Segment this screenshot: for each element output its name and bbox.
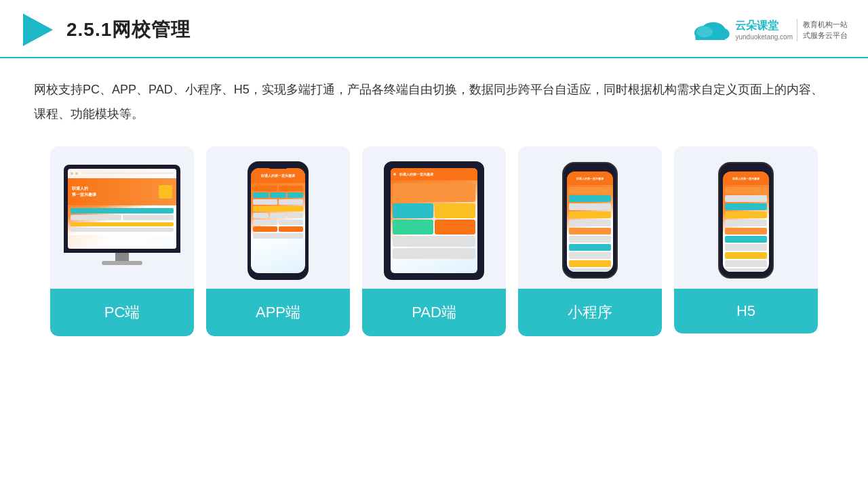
card-mini-label: 小程序 [518, 289, 662, 336]
svg-point-5 [696, 26, 713, 38]
card-pc-image: 职通人的第一堂兴趣课 [50, 146, 194, 289]
main-content: 网校支持PC、APP、PAD、小程序、H5，实现多端打通，产品各终端自由切换，数… [0, 58, 868, 350]
card-app-image: 职通人的第一堂兴趣课 [206, 146, 350, 289]
card-app: 职通人的第一堂兴趣课 [206, 146, 350, 336]
svg-marker-0 [23, 14, 53, 46]
card-pad: 职通人的第一堂兴趣课 PAD端 [362, 146, 506, 336]
logo-text: 云朵课堂 yunduoketang.com [735, 19, 793, 41]
page-title: 2.5.1网校管理 [66, 17, 191, 43]
card-h5-image: 职通人的第一堂兴趣课 [674, 146, 818, 289]
logo-area: 云朵课堂 yunduoketang.com 教育机构一站 式服务云平台 [690, 18, 848, 42]
card-mini: 职通人的第一堂兴趣课 [518, 146, 662, 336]
cards-row: 职通人的第一堂兴趣课 [34, 146, 834, 336]
card-pad-label: PAD端 [362, 289, 506, 336]
card-h5: 职通人的第一堂兴趣课 [674, 146, 818, 333]
h5-phone-icon: 职通人的第一堂兴趣课 [718, 162, 774, 279]
cloud-logo-icon [690, 18, 731, 42]
phone-app-icon: 职通人的第一堂兴趣课 [248, 161, 309, 280]
logo-brand: 云朵课堂 [735, 19, 793, 33]
card-mini-image: 职通人的第一堂兴趣课 [518, 146, 662, 289]
mini-phone-icon: 职通人的第一堂兴趣课 [562, 162, 618, 279]
card-pad-image: 职通人的第一堂兴趣课 [362, 146, 506, 289]
logo-tagline: 教育机构一站 式服务云平台 [797, 19, 848, 41]
page-header: 2.5.1网校管理 云朵课堂 yunduoketang.com 教育机构一站 式… [0, 0, 868, 58]
play-icon [20, 12, 56, 47]
tablet-icon: 职通人的第一堂兴趣课 [384, 161, 484, 280]
header-left: 2.5.1网校管理 [20, 12, 191, 47]
card-pc-label: PC端 [50, 289, 194, 336]
logo-url: yunduoketang.com [735, 33, 793, 41]
description-text: 网校支持PC、APP、PAD、小程序、H5，实现多端打通，产品各终端自由切换，数… [34, 77, 834, 126]
card-h5-label: H5 [674, 289, 818, 333]
card-app-label: APP端 [206, 289, 350, 336]
card-pc: 职通人的第一堂兴趣课 [50, 146, 194, 336]
pc-monitor-icon: 职通人的第一堂兴趣课 [61, 165, 183, 277]
